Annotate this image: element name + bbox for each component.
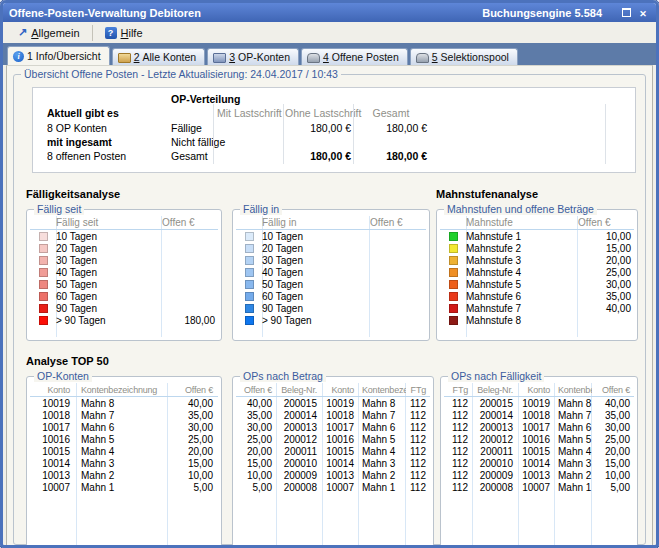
tab-info-uebersicht[interactable]: 1Info/Übersicht — [7, 46, 110, 65]
table-row[interactable]: 10015Mahn 420,00 — [30, 445, 218, 457]
info-icon — [13, 51, 24, 62]
tab-offene-posten[interactable]: 4Offene Posten — [301, 48, 408, 65]
column-divider — [283, 104, 284, 164]
row-label: 50 Tagen — [262, 279, 370, 290]
row-label: 30 Tagen — [262, 255, 370, 266]
row-value: 10,00 — [578, 231, 634, 242]
table-row[interactable]: 11220000910013Mahn 210,00 — [444, 469, 634, 481]
tab-label: Info/Übersicht — [36, 50, 101, 62]
cell-ftg: 112 — [444, 410, 472, 421]
opv-col-ohne: Ohne Lastschrift — [285, 107, 351, 119]
row-label: 40 Tagen — [262, 267, 370, 278]
table-row[interactable]: 10016Mahn 525,00 — [30, 433, 218, 445]
table-row[interactable]: 25,0020001210016Mahn 5112 — [236, 433, 430, 445]
tab-label: Offene Posten — [332, 51, 399, 63]
table-row[interactable]: 10007Mahn 15,00 — [30, 481, 218, 493]
table-row[interactable]: 30 Tagen — [236, 254, 426, 266]
table-row[interactable]: Mahnstufe 8 — [440, 314, 634, 326]
table-row[interactable]: 60 Tagen — [236, 290, 426, 302]
row-label: Mahnstufe 4 — [466, 267, 578, 278]
table-row[interactable]: 10013Mahn 210,00 — [30, 469, 218, 481]
table-row[interactable]: Mahnstufe 110,00 — [440, 230, 634, 242]
coins-icon — [416, 53, 429, 63]
table-row[interactable]: Mahnstufe 740,00 — [440, 302, 634, 314]
row-label: Mahnstufe 6 — [466, 291, 578, 302]
table-row[interactable]: 20 Tagen — [236, 242, 426, 254]
cell-kontenbezeichnung: Mahn 3 — [76, 458, 168, 469]
folder-icon — [118, 53, 131, 63]
table-header: MahnstufeOffen € — [440, 216, 634, 230]
opv-value: 180,00 € — [355, 150, 427, 162]
table-row[interactable]: Mahnstufe 215,00 — [440, 242, 634, 254]
table-row[interactable]: Mahnstufe 530,00 — [440, 278, 634, 290]
menu-item-hilfe[interactable]: Hilfe — [92, 25, 150, 41]
tab-number: 2 — [134, 51, 140, 63]
cell-konto: 10018 — [518, 410, 554, 421]
app-version: Buchungsengine 5.584 — [482, 7, 602, 19]
table-row[interactable]: Mahnstufe 320,00 — [440, 254, 634, 266]
cell-konto: 10018 — [30, 410, 76, 421]
tab-label: OP-Konten — [238, 51, 290, 63]
table-row[interactable]: > 90 Tagen — [236, 314, 426, 326]
table-row[interactable]: 11220001310017Mahn 630,00 — [444, 421, 634, 433]
row-label: 40 Tagen — [56, 267, 162, 278]
table-row[interactable]: 11220001010014Mahn 315,00 — [444, 457, 634, 469]
row-label: Mahnstufe 7 — [466, 303, 578, 314]
table-row[interactable]: 10014Mahn 315,00 — [30, 457, 218, 469]
opv-title: OP-Verteilung — [171, 93, 240, 105]
tab-alle-konten[interactable]: 2Alle Konten — [112, 48, 206, 65]
opv-col-gesamt: Gesamt — [355, 107, 427, 119]
menu-item-label: Hilfe — [121, 27, 143, 39]
row-value: 35,00 — [578, 291, 634, 302]
cell-konto: 10017 — [518, 422, 554, 433]
table-row[interactable]: 30,0020001310017Mahn 6112 — [236, 421, 430, 433]
table-row[interactable]: 10 Tagen — [30, 230, 218, 242]
table-row[interactable]: 40 Tagen — [30, 266, 218, 278]
table-row[interactable]: 10,0020000910013Mahn 2112 — [236, 469, 430, 481]
table-row[interactable]: 11220001410018Mahn 735,00 — [444, 409, 634, 421]
table-row[interactable]: 10019Mahn 840,00 — [30, 397, 218, 409]
table-row[interactable]: 15,0020001010014Mahn 3112 — [236, 457, 430, 469]
table-row[interactable]: 5,0020000810007Mahn 1112 — [236, 481, 430, 493]
close-button[interactable] — [636, 6, 650, 19]
table-row[interactable]: 50 Tagen — [30, 278, 218, 290]
cell-offen: 20,00 — [592, 446, 634, 457]
cell-beleg-nr: 200008 — [276, 482, 322, 493]
cell-konto: 10016 — [518, 434, 554, 445]
table-row[interactable]: 11220000810007Mahn 15,00 — [444, 481, 634, 493]
table-row[interactable]: 90 Tagen — [236, 302, 426, 314]
table-row[interactable]: 10 Tagen — [236, 230, 426, 242]
restore-button[interactable] — [619, 6, 633, 19]
table-row[interactable]: 10018Mahn 735,00 — [30, 409, 218, 421]
severity-color-chip — [449, 280, 458, 289]
table-row[interactable]: 30 Tagen — [30, 254, 218, 266]
row-label: 20 Tagen — [56, 243, 162, 254]
row-label: 10 Tagen — [56, 231, 162, 242]
cell-offen: 10,00 — [236, 470, 276, 481]
table-row[interactable]: 40 Tagen — [236, 266, 426, 278]
table-row[interactable]: Mahnstufe 425,00 — [440, 266, 634, 278]
table-row[interactable]: 40,0020001510019Mahn 8112 — [236, 397, 430, 409]
table-row[interactable]: > 90 Tagen180,00 — [30, 314, 218, 326]
table-row[interactable]: Mahnstufe 635,00 — [440, 290, 634, 302]
table-row[interactable]: 60 Tagen — [30, 290, 218, 302]
cell-beleg-nr: 200009 — [276, 470, 322, 481]
section-heading: Analyse TOP 50 — [26, 355, 645, 367]
close-icon — [639, 7, 647, 19]
table-row[interactable]: 11220001210016Mahn 525,00 — [444, 433, 634, 445]
tab-selektionspool[interactable]: 5Selektionspool — [410, 48, 518, 65]
table-row[interactable]: 20 Tagen — [30, 242, 218, 254]
opv-row-label: Nicht fällige — [171, 136, 225, 148]
table-row[interactable]: 20,0020001110015Mahn 4112 — [236, 445, 430, 457]
table-row[interactable]: 11220001110015Mahn 420,00 — [444, 445, 634, 457]
row-value: 20,00 — [578, 255, 634, 266]
table-row[interactable]: 35,0020001410018Mahn 7112 — [236, 409, 430, 421]
table-row[interactable]: 50 Tagen — [236, 278, 426, 290]
tab-op-konten[interactable]: 3OP-Konten — [207, 48, 299, 65]
cell-offen: 40,00 — [168, 398, 218, 409]
table-row[interactable]: 10017Mahn 630,00 — [30, 421, 218, 433]
menu-item-allgemein[interactable]: Allgemein — [11, 24, 87, 41]
table-row[interactable]: 11220001510019Mahn 840,00 — [444, 397, 634, 409]
table-row[interactable]: 90 Tagen — [30, 302, 218, 314]
cell-ftg: 112 — [406, 470, 430, 481]
